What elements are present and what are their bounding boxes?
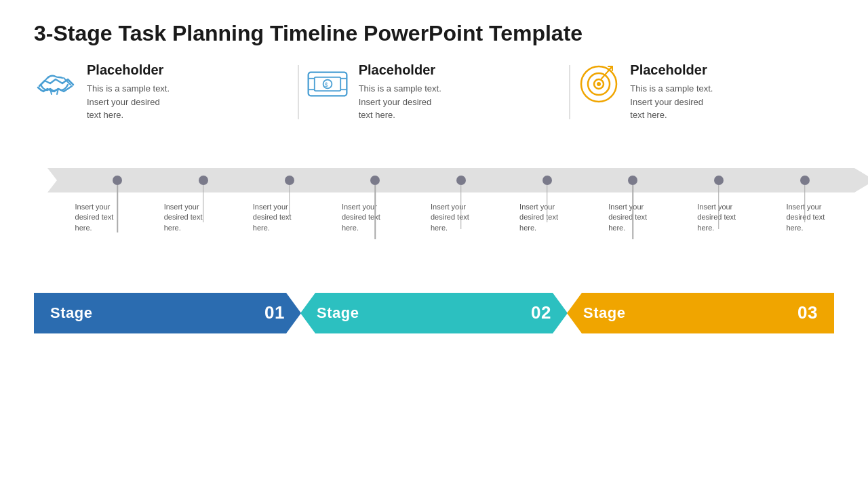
dot-5 — [456, 176, 466, 185]
dot-9 — [800, 176, 810, 185]
dot-line-5 — [460, 185, 462, 229]
divider-2 — [569, 65, 570, 119]
placeholder-title-1: Placeholder — [87, 62, 170, 78]
below-label-3: Insert yourdesired texthere. — [253, 199, 314, 233]
dot-8 — [714, 176, 724, 185]
placeholder-text-1: Placeholder This is a sample text.Insert… — [87, 62, 170, 122]
dot-line-3 — [289, 185, 290, 216]
dot-line-7 — [633, 185, 634, 239]
dots-row — [47, 168, 868, 192]
dot-line-8 — [718, 185, 719, 229]
below-label-6: Insert yourdesired texthere. — [519, 199, 580, 233]
stage-1: Stage 01 — [34, 293, 301, 333]
dot-7 — [628, 176, 637, 185]
placeholder-title-2: Placeholder — [359, 62, 441, 78]
svg-point-12 — [597, 82, 601, 86]
dot-2 — [199, 176, 208, 185]
stage-1-label: Stage — [50, 304, 92, 322]
dot-1 — [113, 176, 122, 185]
dot-line-2 — [203, 185, 204, 222]
below-label-8: Insert yourdesired texthere. — [697, 199, 758, 233]
below-label-7: Insert yourdesired texthere. — [608, 199, 669, 233]
placeholder-text-3: Placeholder This is a sample text.Insert… — [630, 62, 713, 122]
stages-row: Stage 01 Stage 02 Stage 03 — [34, 293, 834, 333]
timeline: Insert yourdesired texthere. Insert your… — [34, 134, 834, 283]
stage-2-number: 02 — [531, 302, 551, 323]
dot-line-6 — [547, 185, 548, 222]
below-label-9: Insert yourdesired texthere. — [786, 199, 847, 233]
placeholder-text-2: Placeholder This is a sample text.Insert… — [359, 62, 441, 122]
page-title: 3-Stage Task Planning Timeline PowerPoin… — [34, 20, 834, 46]
placeholder-body-2: This is a sample text.Insert your desire… — [359, 82, 441, 122]
dot-3 — [285, 176, 294, 185]
below-labels: Insert yourdesired texthere. Insert your… — [47, 199, 868, 233]
placeholder-blocks: Placeholder This is a sample text.Insert… — [34, 62, 834, 122]
placeholder-block-1: Placeholder This is a sample text.Insert… — [34, 62, 291, 122]
stage-3-label: Stage — [583, 304, 625, 322]
placeholder-block-3: Placeholder This is a sample text.Insert… — [577, 62, 834, 122]
placeholder-body-1: This is a sample text.Insert your desire… — [87, 82, 170, 122]
money-icon: $ — [306, 62, 349, 106]
placeholder-title-3: Placeholder — [630, 62, 713, 78]
placeholder-block-2: $ Placeholder This is a sample text.Inse… — [306, 62, 563, 122]
below-label-2: Insert yourdesired texthere. — [164, 199, 225, 233]
placeholder-body-3: This is a sample text.Insert your desire… — [630, 82, 713, 122]
below-label-4: Insert yourdesired texthere. — [342, 199, 403, 233]
handshake-icon — [34, 62, 77, 106]
dot-line-4 — [375, 185, 376, 239]
target-icon — [577, 62, 620, 106]
dot-4 — [370, 176, 380, 185]
stage-2: Stage 02 — [300, 293, 568, 333]
stage-2-label: Stage — [317, 304, 359, 322]
stage-1-number: 01 — [264, 302, 285, 323]
below-label-1: Insert yourdesired texthere. — [75, 199, 136, 233]
divider-1 — [298, 65, 299, 119]
dot-6 — [542, 176, 552, 185]
stage-3: Stage 03 — [567, 293, 834, 333]
dot-line-9 — [804, 185, 806, 222]
stage-3-number: 03 — [797, 302, 818, 323]
svg-text:$: $ — [324, 81, 328, 88]
dot-line-1 — [117, 185, 119, 232]
